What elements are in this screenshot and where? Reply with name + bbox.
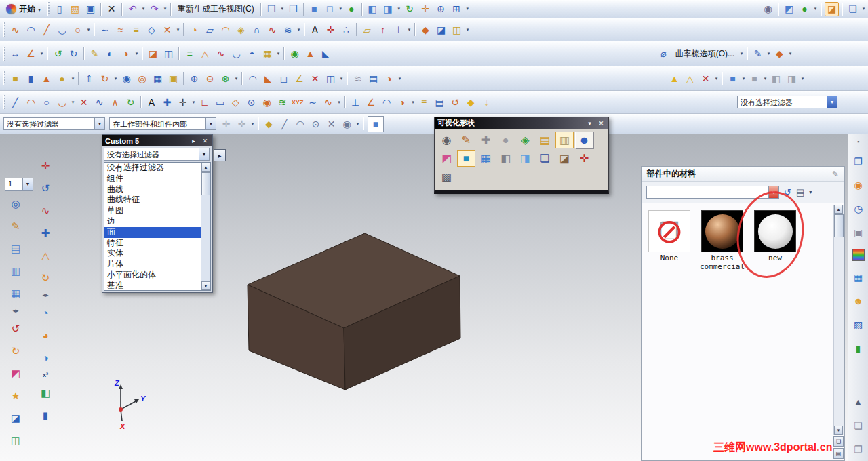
fit-curve-icon[interactable]: ≈ — [113, 22, 127, 37]
start-menu-button[interactable]: 开始 — [1, 1, 45, 17]
dropdown-arrow-icon[interactable]: ▾ — [296, 23, 302, 37]
target-point-icon[interactable]: ✛ — [37, 157, 54, 174]
zoom-view-icon[interactable]: ⊕ — [434, 2, 448, 16]
gap-analysis-icon[interactable]: ▲ — [303, 47, 317, 61]
rotate-view-icon[interactable]: ↻ — [403, 2, 417, 16]
checker-pattern-icon[interactable]: ▩ — [437, 168, 456, 185]
dropdown-arrow-icon[interactable]: ▾ — [279, 2, 285, 16]
scene-sphere-icon[interactable]: ● — [797, 2, 812, 16]
cascade-window-icon[interactable]: ❒ — [286, 2, 300, 16]
swept-surface-icon[interactable]: ◠ — [218, 22, 233, 37]
deviation-gauge-icon[interactable]: ◣ — [319, 47, 333, 61]
dropdown-arrow-icon[interactable]: ▾ — [134, 47, 140, 60]
scroll-down-icon[interactable] — [834, 426, 843, 435]
cross-section-icon[interactable]: ◪ — [7, 409, 24, 426]
grid-analysis-icon[interactable]: ▦ — [260, 47, 275, 61]
angle-tool-icon[interactable]: △ — [37, 247, 54, 263]
close-icon[interactable] — [201, 136, 210, 145]
filter-list-item[interactable]: 小平面化的体 — [104, 270, 210, 281]
cylinder-tool-icon[interactable]: ▮ — [37, 407, 54, 423]
orient-view-icon[interactable]: ◧ — [366, 2, 380, 16]
style-brush-icon[interactable]: ✎ — [751, 47, 765, 61]
xyz-coordinates-icon[interactable]: XYZ — [290, 99, 305, 106]
dropdown-arrow-icon[interactable]: ▾ — [85, 23, 92, 37]
dropdown-arrow-icon[interactable]: ▾ — [397, 72, 403, 85]
swirl-tool-icon[interactable]: ↺ — [7, 320, 24, 336]
roles-person-icon[interactable]: ☻ — [851, 294, 866, 308]
dropdown-arrow-icon[interactable]: ▾ — [162, 2, 168, 16]
navigator-icon[interactable]: ❐ — [851, 154, 866, 169]
object-display-icon[interactable]: ✛ — [575, 150, 593, 167]
dropdown-arrow-icon[interactable]: ▾ — [787, 47, 793, 60]
dropdown-arrow-icon[interactable]: ▾ — [338, 2, 344, 16]
point-snap-icon[interactable]: ✛ — [176, 95, 190, 109]
mirror-curve-icon[interactable]: ◑ — [395, 95, 410, 109]
close-icon[interactable] — [597, 119, 606, 127]
datum-plane-icon[interactable]: ▱ — [360, 22, 374, 37]
zigzag-curve-icon[interactable]: ∧ — [108, 95, 122, 109]
dropdown-arrow-icon[interactable]: ▾ — [250, 117, 256, 131]
component-pattern-icon[interactable]: ◨ — [785, 71, 799, 85]
mirror-feature-icon[interactable]: ◑ — [382, 71, 396, 85]
clearance-warning-icon[interactable]: △ — [683, 71, 697, 85]
cubed-x-icon[interactable]: x³ — [41, 372, 50, 378]
wireframe-view-icon[interactable]: □ — [323, 2, 337, 16]
dropdown-arrow-icon[interactable]: ▾ — [191, 96, 197, 109]
assembly-stack-icon[interactable]: ▥ — [7, 262, 24, 279]
curve-pencil-icon[interactable]: ∿ — [37, 202, 54, 218]
dropdown-arrow-icon[interactable]: ▾ — [140, 2, 146, 16]
pattern-feature-icon[interactable]: ▤ — [366, 71, 380, 85]
circle-sketch-icon[interactable]: ○ — [39, 95, 54, 109]
line-sketch-icon[interactable]: ╱ — [8, 95, 22, 109]
add-component-icon[interactable]: ■ — [726, 71, 740, 85]
detail-view-icon[interactable]: ◎ — [7, 195, 24, 212]
line-icon[interactable]: ╱ — [39, 22, 54, 37]
update-display-icon[interactable]: ↻ — [66, 47, 81, 61]
dropdown-arrow-icon[interactable]: ▾ — [39, 47, 45, 60]
work-view-display-button[interactable]: ■ — [368, 116, 384, 132]
offset-curve-icon[interactable]: ≡ — [129, 22, 143, 37]
angle-dim-icon[interactable]: ∠ — [364, 95, 378, 109]
snap-mid-point-icon[interactable]: ◠ — [293, 117, 307, 131]
background-image-icon[interactable]: ▦ — [477, 150, 495, 167]
fill-bucket-icon[interactable]: ◆ — [464, 95, 478, 109]
filter-list-item[interactable]: 特征 — [104, 238, 210, 249]
regen-curve-icon[interactable]: ↻ — [123, 95, 138, 109]
component-gray-icon[interactable]: ■ — [747, 71, 762, 85]
scroll-up-icon[interactable] — [201, 163, 210, 172]
rotate-tool-icon[interactable]: ↺ — [37, 180, 54, 196]
dropdown-arrow-icon[interactable]: ▾ — [70, 96, 76, 109]
material-new[interactable]: new — [751, 210, 800, 271]
curvature-graph-icon[interactable]: ∿ — [214, 47, 228, 61]
list-scrollbar[interactable] — [201, 163, 210, 290]
filter-list-item[interactable]: 基准 — [104, 281, 210, 291]
plus-icon[interactable]: ✚ — [160, 95, 174, 109]
draft-icon[interactable]: ∠ — [292, 71, 307, 85]
reset-icon[interactable]: ↺ — [784, 187, 791, 197]
filter-list-item[interactable]: 曲线 — [104, 184, 210, 195]
dropdown-arrow-icon[interactable]: ▾ — [741, 72, 747, 85]
dropdown-arrow-icon[interactable]: ▾ — [175, 23, 181, 37]
filter-list-item[interactable]: 曲线特征 — [104, 195, 210, 205]
high-quality-image-icon[interactable]: ◉ — [437, 132, 456, 148]
project-curve-icon[interactable]: ◇ — [144, 22, 159, 37]
constraint-stack-icon[interactable]: ▦ — [7, 285, 24, 301]
section-view-icon[interactable]: ◪ — [146, 47, 160, 61]
sphere-icon[interactable]: ● — [55, 71, 69, 85]
point-set-icon[interactable]: ∴ — [339, 22, 353, 37]
page-options-icon[interactable]: ▤ — [833, 448, 844, 459]
visualize-shape-titlebar[interactable]: 可视化形状 — [435, 117, 608, 129]
redo-icon[interactable]: ↷ — [147, 2, 161, 16]
scroll-down-icon[interactable] — [201, 281, 210, 290]
pan-view-icon[interactable]: ✛ — [418, 2, 433, 16]
dropdown-arrow-icon[interactable]: ▾ — [406, 23, 412, 37]
actor-person-icon[interactable]: ☻ — [575, 132, 593, 148]
visualize-shape-icon[interactable]: ■ — [457, 150, 475, 167]
plane-tool-icon[interactable]: ◫ — [7, 432, 24, 448]
nav-window-icon[interactable]: ❏ — [846, 2, 860, 16]
gallery-icon[interactable]: ▨ — [851, 317, 866, 332]
dropdown-arrow-icon[interactable]: ▾ — [396, 2, 402, 16]
thread-icon[interactable]: ≋ — [351, 71, 365, 85]
cylinder-icon[interactable]: ▮ — [24, 71, 38, 85]
dropdown-arrow-icon[interactable]: ▾ — [338, 72, 344, 85]
